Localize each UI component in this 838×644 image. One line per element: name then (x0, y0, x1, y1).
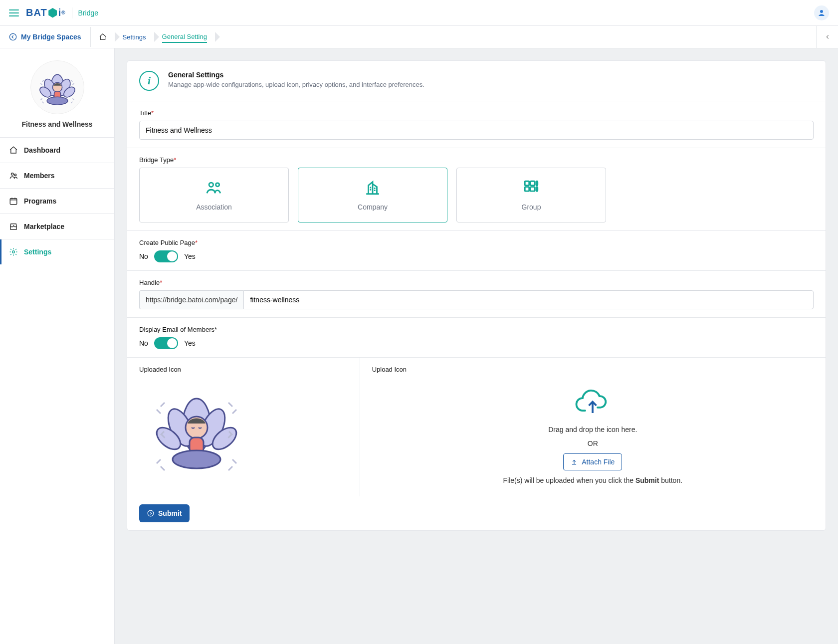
upload-icon-label: Upload Icon (372, 366, 407, 373)
profile-avatar[interactable] (814, 5, 829, 20)
public-page-toggle-row: No Yes (139, 250, 814, 262)
home-icon (9, 146, 18, 155)
submit-button[interactable]: Submit (139, 504, 190, 522)
svg-point-1 (9, 33, 16, 40)
svg-point-10 (11, 173, 14, 176)
upload-or-text: OR (588, 439, 598, 447)
public-page-toggle[interactable] (154, 250, 178, 262)
user-icon (817, 8, 826, 17)
title-label: Title* (139, 109, 814, 117)
sidebar-item-dashboard[interactable]: Dashboard (0, 138, 114, 163)
breadcrumb-home[interactable] (91, 26, 115, 48)
brand-divider (72, 7, 72, 18)
brand-logo[interactable]: BAT ⬢ i ® (26, 6, 66, 19)
uploaded-icon-column: Uploaded Icon (127, 358, 360, 496)
type-label: Company (358, 203, 388, 211)
type-option-association[interactable]: Association (139, 168, 289, 222)
settings-panel: i General Settings Manage app-wide confi… (127, 60, 826, 531)
section-handle: Handle* https://bridge.batoi.com/page/ (127, 271, 826, 318)
svg-rect-21 (536, 187, 538, 192)
uploaded-icon-preview (139, 377, 254, 482)
type-label: Group (522, 203, 541, 211)
arrow-left-circle-icon (9, 33, 17, 41)
svg-point-14 (209, 183, 213, 187)
breadcrumb-label: Settings (123, 33, 146, 41)
panel-header: i General Settings Manage app-wide confi… (127, 61, 826, 101)
sidebar: Fitness and Wellness Dashboard Members P… (0, 48, 115, 644)
sidebar-item-label: Marketplace (24, 222, 64, 230)
members-icon (9, 171, 18, 180)
svg-point-9 (47, 97, 68, 105)
calendar-icon (9, 197, 18, 206)
svg-rect-16 (525, 181, 529, 186)
sidebar-item-label: Members (24, 172, 54, 180)
layout: Fitness and Wellness Dashboard Members P… (0, 48, 838, 644)
type-option-group[interactable]: Group (456, 168, 606, 222)
back-my-spaces[interactable]: My Bridge Spaces (0, 27, 91, 47)
title-input[interactable] (139, 121, 814, 140)
toggle-no-label: No (139, 252, 148, 260)
public-page-label: Create Public Page* (139, 239, 814, 246)
toggle-no-label: No (139, 339, 148, 347)
meditation-avatar-icon (33, 63, 81, 111)
section-bridge-type: Bridge Type* Association Company Group (127, 148, 826, 231)
breadcrumb-bar: My Bridge Spaces Settings General Settin… (0, 26, 838, 48)
svg-point-0 (820, 10, 823, 13)
brand-text: BAT (26, 7, 47, 18)
toggle-yes-label: Yes (184, 339, 196, 347)
display-email-toggle-row: No Yes (139, 337, 814, 349)
breadcrumb-settings[interactable]: Settings (115, 26, 154, 48)
breadcrumbs: Settings General Setting (91, 26, 215, 48)
brand: BAT ⬢ i ® Bridge (26, 6, 98, 19)
leaf-icon: ⬢ (48, 6, 58, 19)
handle-input[interactable] (243, 290, 814, 309)
back-label: My Bridge Spaces (21, 33, 81, 41)
chevron-left-icon (824, 33, 831, 40)
panel-subtitle: Manage app-wide configurations, upload i… (168, 81, 424, 88)
upload-arrow-icon (571, 458, 578, 465)
app-name[interactable]: Bridge (78, 9, 98, 17)
type-option-company[interactable]: Company (298, 168, 447, 222)
space-icon (30, 60, 84, 114)
cloud-upload-icon (573, 388, 613, 420)
topbar: BAT ⬢ i ® Bridge (0, 0, 838, 26)
meditation-avatar-icon (142, 380, 251, 479)
svg-point-30 (148, 510, 154, 516)
svg-point-29 (173, 450, 220, 468)
handle-prefix: https://bridge.batoi.com/page/ (139, 290, 243, 309)
section-public-page: Create Public Page* No Yes (127, 231, 826, 271)
sidebar-item-settings[interactable]: Settings (0, 239, 114, 264)
svg-point-11 (14, 174, 16, 176)
collapse-button[interactable] (816, 26, 838, 48)
sidebar-item-members[interactable]: Members (0, 163, 114, 189)
section-title: Title* (127, 101, 826, 148)
registered-mark: ® (61, 10, 65, 15)
panel-title: General Settings (168, 71, 424, 79)
info-icon: i (139, 71, 159, 91)
menu-toggle[interactable] (9, 9, 19, 16)
svg-rect-20 (531, 187, 535, 192)
section-display-email: Display Email of Members* No Yes (127, 318, 826, 358)
display-email-label: Display Email of Members* (139, 326, 814, 333)
arrow-right-circle-icon (147, 510, 154, 517)
sidebar-item-label: Settings (24, 248, 51, 256)
sidebar-item-programs[interactable]: Programs (0, 189, 114, 214)
breadcrumb-general-setting[interactable]: General Setting (154, 26, 215, 48)
sidebar-item-label: Dashboard (24, 146, 60, 154)
attach-file-button[interactable]: Attach File (563, 453, 622, 470)
gear-icon (9, 247, 18, 256)
submit-label: Submit (158, 509, 182, 517)
sidebar-item-marketplace[interactable]: Marketplace (0, 214, 114, 239)
sidebar-item-label: Programs (24, 197, 56, 205)
svg-point-15 (216, 183, 219, 187)
bridge-type-options: Association Company Group (139, 168, 814, 222)
breadcrumb-label: General Setting (162, 33, 207, 43)
company-icon (364, 179, 381, 196)
section-upload: Uploaded Icon (127, 358, 826, 496)
svg-point-13 (12, 251, 15, 253)
upload-icon-column: Upload Icon Drag and drop the icon here.… (360, 358, 826, 496)
space-card: Fitness and Wellness (0, 48, 114, 138)
display-email-toggle[interactable] (154, 337, 178, 349)
bridge-type-label: Bridge Type* (139, 156, 814, 164)
svg-rect-17 (531, 181, 535, 186)
